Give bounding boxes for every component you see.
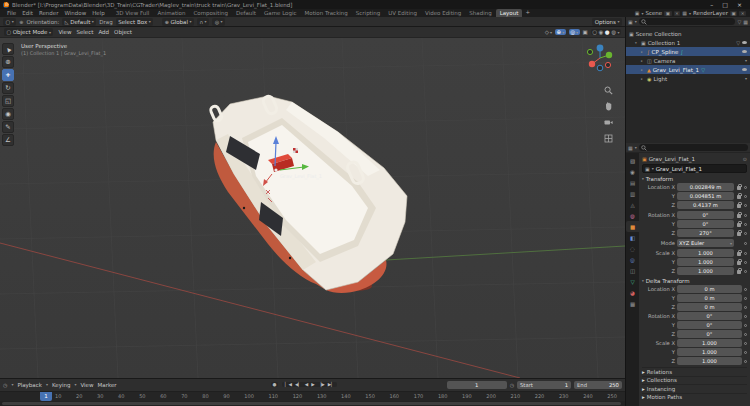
delta-location-z-field[interactable]: 0 m	[677, 303, 742, 311]
lock-icon[interactable]	[737, 261, 742, 265]
tab-scripting[interactable]: Scripting	[352, 9, 384, 17]
scrollbar-thumb[interactable]	[2, 402, 621, 405]
jump-to-end-button[interactable]: ▶▏	[326, 382, 336, 387]
location-x-field[interactable]: 0.002849 m	[677, 183, 734, 191]
menu-file[interactable]: File	[4, 10, 19, 16]
overlays-toggle[interactable]: ◎▾	[569, 29, 580, 35]
navigation-gizmo[interactable]	[585, 43, 615, 73]
expand-arrow-icon[interactable]: ▸	[641, 68, 645, 72]
animate-dot[interactable]	[744, 342, 747, 345]
options-dropdown[interactable]: Options ▾	[592, 18, 622, 26]
lock-icon[interactable]	[737, 195, 742, 199]
animate-dot[interactable]	[744, 186, 747, 189]
shading-rendered-button[interactable]: ◍	[611, 29, 616, 35]
jump-to-start-button[interactable]: ▏◀	[283, 382, 293, 387]
scale-z-field[interactable]: 1.000	[677, 267, 734, 275]
active-tool-dropdown[interactable]: ▢ ▾	[3, 18, 16, 26]
visibility-dropdown[interactable]: ◇▾	[545, 29, 552, 35]
object-name-field[interactable]: ▣ ▾ Grav_Levi_Flat_1	[642, 164, 747, 173]
xray-toggle[interactable]: ▣	[583, 29, 588, 35]
properties-editor-type-icon[interactable]: ▦	[628, 145, 633, 151]
tab-world[interactable]: ◍	[626, 210, 639, 221]
animate-dot[interactable]	[744, 315, 747, 318]
mode-dropdown[interactable]: ▢ Object Mode ▾	[4, 28, 53, 36]
tab-layout[interactable]: Layout	[496, 9, 523, 17]
tab-modifiers[interactable]: ◧	[626, 232, 639, 243]
outliner-row-cp-spline[interactable]: ▸ ∫ CP_Spline ∫	[626, 47, 750, 56]
outliner-row-scene-collection[interactable]: ▣ Scene Collection	[626, 29, 750, 38]
tab-render[interactable]: ◉	[626, 166, 639, 177]
animate-dot[interactable]	[744, 204, 747, 207]
expand-arrow-icon[interactable]: ▸	[641, 59, 645, 63]
transform-panel-header[interactable]: ▾ Transform	[642, 175, 747, 183]
animate-dot[interactable]	[744, 297, 747, 300]
rotation-mode-dropdown[interactable]: XYZ Euler▾	[677, 239, 734, 247]
lock-icon[interactable]	[737, 270, 742, 274]
camera-view-icon[interactable]	[604, 118, 613, 127]
outliner-row-camera[interactable]: ▸ ◫ Camera ▾	[626, 56, 750, 65]
tool-measure[interactable]: ∠	[2, 134, 14, 146]
properties-search-input[interactable]	[639, 144, 748, 151]
delta-rotation-x-field[interactable]: 0°	[677, 312, 742, 320]
expand-arrow-icon[interactable]: ▾	[635, 41, 639, 45]
tab-object-data[interactable]: ▽	[626, 276, 639, 287]
expand-arrow-icon[interactable]: ▸	[641, 77, 645, 81]
menu-add[interactable]: Add	[98, 29, 109, 35]
tool-select-box[interactable]: ▲	[2, 43, 14, 55]
tab-default[interactable]: Default	[232, 9, 260, 17]
add-workspace-button[interactable]: +	[522, 9, 533, 17]
tool-transform[interactable]: ◉	[2, 108, 14, 120]
animate-dot[interactable]	[744, 252, 747, 255]
tab-video-editing[interactable]: Video Editing	[421, 9, 465, 17]
animate-dot[interactable]	[744, 195, 747, 198]
tool-cursor[interactable]: ⊕	[2, 56, 14, 68]
current-frame-field[interactable]: 1	[447, 381, 507, 389]
delta-location-y-field[interactable]: 0 m	[677, 294, 742, 302]
collapse-caret-icon[interactable]: ▾	[745, 76, 747, 81]
tab-material[interactable]: ◕	[626, 287, 639, 298]
tab-shading[interactable]: Shading	[465, 9, 495, 17]
previous-keyframe-button[interactable]: ◀▏	[293, 382, 303, 387]
location-z-field[interactable]: 0.4137 m	[677, 201, 734, 209]
menu-edit[interactable]: Edit	[19, 10, 36, 16]
zoom-icon[interactable]	[604, 86, 613, 95]
new-scene-button[interactable]: ▣	[664, 11, 671, 16]
collapse-caret-icon[interactable]: ▾	[745, 58, 747, 63]
motion-paths-panel-header[interactable]: ▸Motion Paths	[642, 393, 747, 402]
menu-view-timeline[interactable]: View	[80, 382, 93, 388]
timeline-scrollbar[interactable]	[0, 401, 625, 406]
rotation-y-field[interactable]: 0°	[677, 220, 734, 228]
minimize-button[interactable]: –	[710, 1, 713, 8]
outliner-options-icon[interactable]: ▦	[743, 19, 748, 25]
scale-y-field[interactable]: 1.000	[677, 258, 734, 266]
delete-scene-button[interactable]: ×	[674, 11, 681, 16]
auto-keying-button[interactable]: ●	[271, 382, 279, 387]
menu-render[interactable]: Render	[36, 10, 62, 16]
menu-window[interactable]: Window	[61, 10, 89, 16]
animate-dot[interactable]	[744, 306, 747, 309]
viewport-canvas[interactable]: User Perspective (1) Collection 1 | Grav…	[0, 38, 625, 378]
menu-object[interactable]: Object	[114, 29, 132, 35]
animate-dot[interactable]	[744, 333, 747, 336]
viewport-3d[interactable]: ▢ Object Mode ▾ View Select Add Object ◇…	[0, 27, 625, 378]
animate-dot[interactable]	[744, 214, 747, 217]
menu-playback[interactable]: Playback	[17, 382, 42, 388]
delta-rotation-y-field[interactable]: 0°	[677, 321, 742, 329]
delta-location-x-field[interactable]: 0 m	[677, 285, 742, 293]
menu-view[interactable]: View	[58, 29, 71, 35]
lock-icon[interactable]	[737, 204, 742, 208]
timeline-editor-type-icon[interactable]: ◷	[3, 382, 7, 388]
perspective-toggle-icon[interactable]	[604, 134, 613, 143]
visibility-eye-icon[interactable]	[742, 68, 747, 71]
snapping-dropdown[interactable]: ∩ ▾	[197, 18, 209, 26]
shading-solid-button[interactable]: ◉	[599, 29, 604, 35]
outliner-row-light[interactable]: ▸ ◉ Light ▾	[626, 74, 750, 83]
lock-icon[interactable]	[737, 214, 742, 218]
tab-scene[interactable]: ◬	[626, 199, 639, 210]
animate-dot[interactable]	[744, 232, 747, 235]
restriction-icon[interactable]: ▽	[736, 40, 740, 46]
delta-transform-panel-header[interactable]: ▾ Delta Transform	[642, 277, 747, 285]
pan-hand-icon[interactable]	[604, 102, 613, 111]
animate-dot[interactable]	[744, 324, 747, 327]
render-layer-name[interactable]: RenderLayer	[693, 10, 728, 16]
